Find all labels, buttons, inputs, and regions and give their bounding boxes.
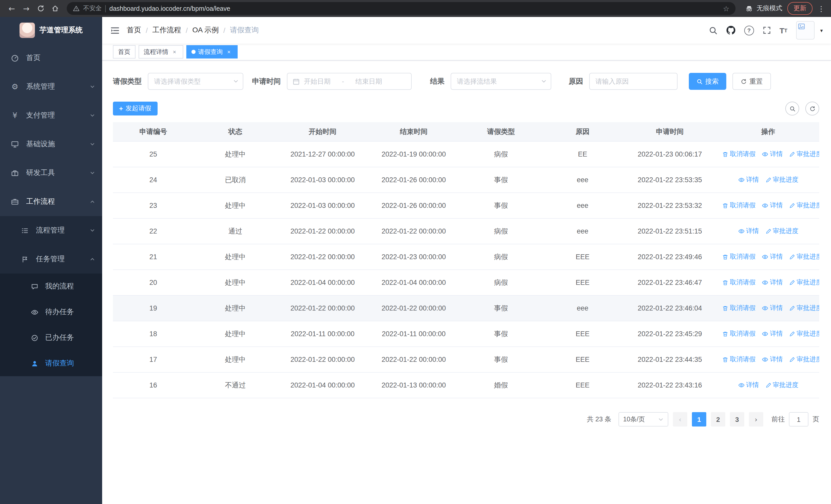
eye-icon — [738, 382, 745, 388]
breadcrumb-item[interactable]: 首页 — [127, 26, 141, 35]
browser-back-button[interactable]: ← — [5, 2, 19, 15]
cell-actions: 取消请假详情审批进度 — [717, 270, 819, 295]
cancel-leave-link[interactable]: 取消请假 — [722, 150, 755, 158]
page-size-select[interactable]: 10条/页 — [619, 412, 668, 426]
close-icon[interactable]: × — [225, 48, 232, 55]
detail-link[interactable]: 详情 — [762, 150, 783, 158]
sidebar-item-infrastructure[interactable]: 基础设施 — [0, 130, 102, 158]
sidebar-item-system[interactable]: ⚙ 系统管理 — [0, 72, 102, 101]
breadcrumb-item[interactable]: 工作流程 — [152, 26, 181, 35]
sidebar-item-task-management[interactable]: 任务管理 — [0, 245, 102, 273]
active-tab-dot — [192, 50, 196, 54]
detail-link[interactable]: 详情 — [762, 252, 783, 261]
pagination: 共 23 条 10条/页 ‹ 1 2 3 › 前往 页 — [113, 412, 819, 426]
sidebar-item-todo-tasks[interactable]: 待办任务 — [0, 299, 102, 325]
detail-link[interactable]: 详情 — [738, 227, 759, 235]
workflow-icon — [10, 198, 20, 206]
sidebar-menu: 首页 ⚙ 系统管理 ¥ 支付管理 基础设施 — [0, 43, 102, 376]
result-select[interactable]: 请选择流结果 — [451, 73, 551, 90]
bookmark-star-icon[interactable]: ☆ — [723, 4, 729, 12]
help-icon[interactable]: ? — [744, 25, 754, 35]
page-button-1[interactable]: 1 — [692, 412, 706, 426]
refresh-table-button[interactable] — [805, 101, 819, 116]
toggle-search-button[interactable] — [785, 101, 799, 116]
cell-leave-type: 病假 — [459, 244, 543, 270]
table-row: 25处理中2021-12-27 00:00:002022-01-19 00:00… — [113, 141, 819, 167]
table-row: 22通过2022-01-22 00:00:002022-01-22 00:00:… — [113, 218, 819, 244]
fullscreen-icon[interactable] — [763, 26, 771, 34]
cell-apply-id: 21 — [113, 244, 194, 270]
cancel-leave-link[interactable]: 取消请假 — [722, 329, 755, 338]
avatar[interactable] — [796, 21, 814, 39]
cell-start-time: 2022-01-04 00:00:00 — [277, 270, 368, 295]
detail-link[interactable]: 详情 — [762, 304, 783, 312]
close-icon[interactable]: × — [171, 48, 178, 55]
approval-progress-link[interactable]: 审批进度 — [765, 227, 798, 236]
next-page-button[interactable]: › — [749, 412, 763, 426]
prev-page-button[interactable]: ‹ — [673, 412, 687, 426]
browser-reload-button[interactable] — [34, 2, 47, 15]
sidebar-item-home[interactable]: 首页 — [0, 43, 102, 72]
apply-time-range-picker[interactable]: 开始日期 - 结束日期 — [287, 73, 412, 90]
sidebar-item-leave-query[interactable]: 请假查询 — [0, 351, 102, 376]
page-button-2[interactable]: 2 — [711, 412, 725, 426]
cell-leave-type: 事假 — [459, 193, 543, 218]
approval-progress-link[interactable]: 审批进度 — [789, 201, 819, 210]
detail-link[interactable]: 详情 — [738, 381, 759, 389]
breadcrumb-item[interactable]: OA 示例 — [193, 26, 219, 35]
goto-page-input[interactable] — [789, 412, 808, 426]
approval-progress-link[interactable]: 审批进度 — [789, 278, 819, 287]
address-bar[interactable]: 不安全 dashboard.yudao.iocoder.cn/bpm/oa/le… — [67, 2, 736, 15]
app-logo[interactable]: 芋道管理系统 — [0, 17, 102, 43]
cell-status: 通过 — [194, 218, 277, 244]
tab-home[interactable]: 首页 — [113, 45, 136, 59]
cancel-leave-link[interactable]: 取消请假 — [722, 201, 755, 210]
detail-link[interactable]: 详情 — [762, 278, 783, 287]
date-separator: - — [342, 78, 344, 85]
reset-button[interactable]: 重置 — [733, 73, 771, 90]
fold-sidebar-button[interactable] — [102, 17, 127, 43]
github-icon[interactable] — [726, 26, 735, 35]
detail-link[interactable]: 详情 — [738, 175, 759, 184]
approval-progress-link[interactable]: 审批进度 — [789, 329, 819, 338]
table-row: 19处理中2022-01-22 00:00:002022-01-22 00:00… — [113, 295, 819, 321]
approval-progress-link[interactable]: 审批进度 — [765, 176, 798, 184]
browser-forward-button[interactable]: → — [20, 2, 33, 15]
approval-progress-link[interactable]: 审批进度 — [789, 150, 819, 158]
edit-pen-icon — [765, 228, 771, 234]
eye-icon — [738, 176, 745, 183]
browser-home-button[interactable] — [48, 2, 62, 15]
search-icon[interactable] — [709, 26, 717, 35]
approval-progress-link[interactable]: 审批进度 — [789, 304, 819, 313]
browser-menu-button[interactable]: ⋮ — [816, 4, 826, 12]
sidebar-item-done-tasks[interactable]: 已办任务 — [0, 325, 102, 351]
cancel-leave-link[interactable]: 取消请假 — [722, 253, 755, 261]
search-button[interactable]: 搜索 — [689, 73, 726, 90]
leave-type-select[interactable]: 请选择请假类型 — [148, 73, 243, 90]
tab-process-detail[interactable]: 流程详情 × — [139, 45, 183, 59]
create-leave-button[interactable]: + 发起请假 — [113, 101, 157, 116]
sidebar-item-devtools[interactable]: 研发工具 — [0, 158, 102, 187]
cancel-leave-link[interactable]: 取消请假 — [722, 355, 755, 364]
tab-leave-query[interactable]: 请假查询 × — [186, 45, 238, 59]
font-size-icon[interactable]: TT — [779, 26, 787, 35]
sidebar-item-payment[interactable]: ¥ 支付管理 — [0, 101, 102, 130]
cell-end-time: 2022-01-22 00:00:00 — [368, 218, 459, 244]
detail-link[interactable]: 详情 — [762, 329, 783, 338]
sidebar-item-my-processes[interactable]: 我的流程 — [0, 273, 102, 299]
table-row: 24已取消2022-01-03 00:00:002022-01-26 00:00… — [113, 167, 819, 193]
approval-progress-link[interactable]: 审批进度 — [765, 381, 798, 390]
detail-link[interactable]: 详情 — [762, 355, 783, 364]
browser-update-button[interactable]: 更新 — [787, 2, 812, 15]
approval-progress-link[interactable]: 审批进度 — [789, 253, 819, 261]
approval-progress-link[interactable]: 审批进度 — [789, 355, 819, 364]
cancel-leave-link[interactable]: 取消请假 — [722, 278, 755, 287]
page-button-3[interactable]: 3 — [730, 412, 744, 426]
trash-icon — [722, 151, 728, 157]
caret-down-icon[interactable]: ▾ — [820, 27, 823, 33]
sidebar-item-workflow[interactable]: 工作流程 — [0, 187, 102, 216]
reason-input[interactable] — [589, 73, 678, 90]
cancel-leave-link[interactable]: 取消请假 — [722, 304, 755, 313]
detail-link[interactable]: 详情 — [762, 201, 783, 210]
sidebar-item-process-management[interactable]: 流程管理 — [0, 216, 102, 245]
